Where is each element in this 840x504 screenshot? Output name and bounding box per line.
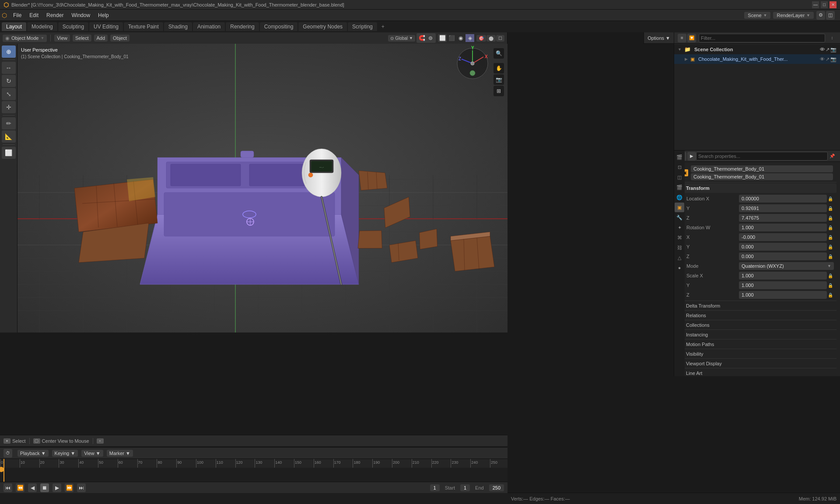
viewport-select-menu[interactable]: Select: [73, 35, 91, 42]
menu-edit[interactable]: Edit: [26, 11, 42, 19]
tab-layout[interactable]: Layout: [2, 22, 26, 31]
menu-render[interactable]: Render: [43, 11, 67, 19]
transform-tool[interactable]: ✛: [2, 101, 16, 113]
obj-view-icon[interactable]: 👁: [820, 56, 825, 62]
stop-btn[interactable]: ⏹: [40, 483, 49, 492]
wireframe-btn[interactable]: ⬜: [438, 34, 447, 42]
location-x-lock[interactable]: 🔒: [827, 195, 834, 202]
play-back-btn[interactable]: ◀: [28, 483, 37, 492]
viewport-gizmos-btn[interactable]: 🎯: [476, 35, 486, 42]
transform-section-header[interactable]: ▼ Transform: [678, 183, 836, 193]
rotation-z-value[interactable]: 0.000: [739, 252, 827, 260]
scale-x-lock[interactable]: 🔒: [827, 272, 834, 279]
step-forward-btn[interactable]: ⏩: [65, 483, 74, 492]
tab-compositing[interactable]: Compositing: [260, 22, 298, 31]
close-button[interactable]: ✕: [830, 1, 836, 8]
cursor-tool[interactable]: ⊕: [2, 46, 16, 58]
tab-rendering[interactable]: Rendering: [226, 22, 259, 31]
viewport-view-menu[interactable]: View: [54, 35, 70, 42]
scale-x-value[interactable]: 1.000: [739, 272, 827, 280]
menu-window[interactable]: Window: [68, 11, 94, 19]
choco-object-item[interactable]: ▶ ▣ Chocolate_Making_Kit_with_Food_Ther.…: [674, 54, 840, 64]
zoom-in-btn[interactable]: 🔍: [494, 48, 504, 59]
prop-pin-btn[interactable]: 📌: [828, 152, 836, 161]
location-z-lock[interactable]: 🔒: [827, 214, 834, 221]
measure-tool[interactable]: 📐: [2, 130, 16, 143]
instancing-section[interactable]: ▶ Instancing: [678, 329, 836, 339]
play-forward-btn[interactable]: ▶: [52, 483, 61, 492]
prop-material-icon[interactable]: ●: [675, 263, 684, 273]
workspaces-btn[interactable]: ◫: [826, 11, 835, 20]
select-icon[interactable]: ↗: [826, 47, 830, 52]
orbit-btn[interactable]: ✋: [494, 63, 504, 74]
collections-section[interactable]: ▶ Collections: [678, 320, 836, 329]
obj-select-icon[interactable]: ↗: [826, 56, 830, 62]
prop-view-layer-icon[interactable]: ◫: [675, 172, 684, 182]
outliner-filter-btn[interactable]: 🔽: [687, 34, 696, 42]
rotate-tool[interactable]: ↻: [2, 75, 16, 87]
transform-global-btn[interactable]: ⊙ Global ▼: [388, 35, 415, 42]
scene-collection-item[interactable]: ▼ 📁 Scene Collection 👁 ↗ 📷: [674, 45, 840, 54]
scale-z-value[interactable]: 1.000: [739, 291, 827, 299]
scale-y-lock[interactable]: 🔒: [827, 282, 834, 289]
rotation-mode-select[interactable]: Quaternion (WXYZ) ▼: [739, 262, 834, 270]
obj-render-icon[interactable]: 📷: [830, 56, 836, 62]
marker-menu[interactable]: Marker ▼: [107, 450, 133, 457]
viewport-overlays-btn[interactable]: ⬤: [486, 35, 496, 42]
delta-transform-section[interactable]: ▶ Delta Transform: [678, 301, 836, 310]
motion-paths-section[interactable]: ▶ Motion Paths: [678, 339, 836, 349]
main-viewport[interactable]: --.- User Perspective (1) Scene Collecti…: [18, 44, 508, 332]
prop-output-icon[interactable]: ⊡: [675, 162, 684, 172]
viewport-object-menu[interactable]: Object: [110, 35, 130, 42]
camera-btn[interactable]: 📷: [494, 74, 504, 85]
visibility-section[interactable]: ▶ Visibility: [678, 349, 836, 358]
location-y-lock[interactable]: 🔒: [827, 205, 834, 212]
rotation-y-value[interactable]: 0.000: [739, 243, 827, 251]
rotation-x-lock[interactable]: 🔒: [827, 234, 834, 241]
scene-selector[interactable]: Scene ▼: [744, 12, 770, 19]
move-tool[interactable]: ↔: [2, 62, 16, 74]
snap-btn[interactable]: 🧲: [418, 34, 426, 42]
renderlayer-selector[interactable]: RenderLayer ▼: [773, 12, 814, 19]
render-icon[interactable]: 📷: [830, 47, 836, 52]
tab-texture-paint[interactable]: Texture Paint: [124, 22, 163, 31]
prop-scene-icon[interactable]: 🎬: [675, 182, 684, 192]
active-tool-btn[interactable]: ⚙: [816, 11, 825, 20]
rotation-x-value[interactable]: -0.000: [739, 233, 827, 241]
outliner-search-input[interactable]: [699, 34, 825, 42]
timeline-menu-btn[interactable]: ⏱: [4, 449, 12, 458]
view-icon[interactable]: 👁: [820, 47, 825, 52]
current-frame-display[interactable]: 1: [430, 484, 440, 491]
options-button[interactable]: Options ▼: [644, 32, 674, 44]
object-mode-selector[interactable]: ◉ Object Mode ▼: [3, 35, 47, 42]
view-menu[interactable]: View ▼: [81, 450, 103, 457]
prop-physics-icon[interactable]: ⌘: [675, 233, 684, 242]
prop-data-icon[interactable]: △: [675, 253, 684, 262]
location-y-value[interactable]: 0.92691: [739, 204, 827, 212]
properties-search-input[interactable]: [696, 152, 828, 161]
prop-modifier-icon[interactable]: 🔧: [675, 213, 684, 222]
relations-section[interactable]: ▶ Relations: [678, 310, 836, 320]
jump-start-btn[interactable]: ⏮: [4, 483, 12, 492]
add-workspace-button[interactable]: +: [378, 22, 388, 31]
timeline-frames-area[interactable]: 0102030405060708090100110120130140150160…: [0, 459, 508, 482]
tab-scripting[interactable]: Scripting: [348, 22, 377, 31]
step-back-btn[interactable]: ⏪: [16, 483, 24, 492]
outliner-icon-btn[interactable]: ≡: [678, 34, 686, 42]
prop-constraints-icon[interactable]: ⛓: [675, 243, 684, 252]
scale-tool[interactable]: ⤡: [2, 88, 16, 100]
add-cube-tool[interactable]: ⬜: [2, 147, 16, 159]
minimize-button[interactable]: —: [812, 1, 819, 8]
rotation-y-lock[interactable]: 🔒: [827, 243, 834, 250]
viewport-add-menu[interactable]: Add: [94, 35, 108, 42]
outliner-sort-btn[interactable]: ↕: [828, 34, 836, 42]
grid-btn[interactable]: ⊞: [494, 86, 504, 96]
scale-y-value[interactable]: 1.000: [739, 281, 827, 289]
prop-object-icon[interactable]: ▣: [675, 203, 684, 212]
blender-logo[interactable]: ⬡: [4, 1, 9, 8]
annotate-tool[interactable]: ✏: [2, 117, 16, 130]
viewport-display-section[interactable]: ▶ Viewport Display: [678, 358, 836, 368]
object-data-name-field[interactable]: Cooking_Thermometer_Body_01: [691, 173, 833, 180]
prop-render-icon[interactable]: 🎬: [675, 152, 684, 162]
prop-world-icon[interactable]: 🌐: [675, 192, 684, 202]
